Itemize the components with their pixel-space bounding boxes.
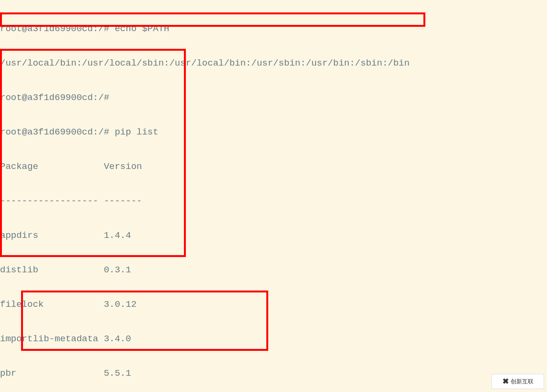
watermark-icon: ✖ <box>502 376 509 387</box>
terminal-line: root@a3f1d69900cd:/# pip list <box>0 126 547 138</box>
watermark-text: 创新互联 <box>511 376 534 387</box>
terminal-line: distlib 0.3.1 <box>0 264 547 276</box>
terminal-output[interactable]: root@a3f1d69900cd:/# echo $PATH /usr/loc… <box>0 0 547 392</box>
watermark-badge: ✖ 创新互联 <box>491 374 544 389</box>
terminal-line: pbr 5.5.1 <box>0 368 547 379</box>
terminal-line: /usr/local/bin:/usr/local/sbin:/usr/loca… <box>0 57 547 69</box>
terminal-line: ------------------ ------- <box>0 195 547 207</box>
terminal-line: root@a3f1d69900cd:/# <box>0 92 547 103</box>
terminal-line: Package Version <box>0 161 547 172</box>
terminal-line: filelock 3.0.12 <box>0 299 547 310</box>
terminal-line: appdirs 1.4.4 <box>0 230 547 241</box>
terminal-line: importlib-metadata 3.4.0 <box>0 333 547 345</box>
terminal-line: root@a3f1d69900cd:/# echo $PATH <box>0 23 547 34</box>
